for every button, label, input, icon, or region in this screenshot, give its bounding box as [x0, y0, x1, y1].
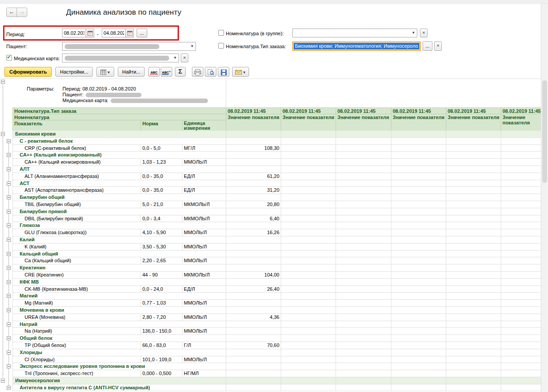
table-row-subgroup[interactable]: Общий белок [13, 335, 541, 342]
nomenclature-type-field[interactable]: Биохимия крови; Иммуногематология; Иммун… [292, 41, 421, 51]
table-row-data[interactable]: CRP (С-реактивный белок)0,0 - 5,0МГ/Л108… [13, 145, 541, 152]
collapse-group-toggle[interactable] [7, 294, 11, 298]
abc-add-button[interactable]: ABC+ [161, 67, 172, 77]
row-indicator-name: GLU (Глюкоза (сыворотка)) [13, 229, 141, 236]
table-row-subgroup[interactable]: Билирубин прямой [13, 208, 541, 215]
collapse-group-toggle[interactable] [1, 132, 5, 136]
table-row-data[interactable]: K (Калий)3,50 - 5,30ММОЛЬ/Л [13, 243, 541, 251]
collapse-group-toggle[interactable] [7, 252, 11, 256]
collapse-group-toggle[interactable] [7, 308, 11, 312]
table-row-subgroup[interactable]: АЛТ [13, 166, 541, 173]
table-row-data[interactable]: DBIL (Билирубин прямой)0,0 - 3,4МКМОЛЬ/Л… [13, 215, 541, 223]
table-row-group[interactable]: Биохимия крови [13, 131, 541, 138]
collapse-group-toggle[interactable] [7, 182, 11, 186]
table-row-group[interactable]: Иммуносерология [13, 377, 541, 384]
table-row-subgroup[interactable]: Хлориды [13, 349, 541, 356]
table-row-data[interactable]: Na (Натрий)136,0 - 150,0ММОЛЬ/Л [13, 328, 541, 335]
patient-combobox[interactable]: ▼ [62, 42, 196, 51]
table-row-subgroup[interactable]: Креатинин [13, 264, 541, 272]
collapse-group-toggle[interactable] [7, 153, 11, 157]
medcard-clear-button[interactable]: × [181, 54, 188, 62]
collapse-group-toggle[interactable] [7, 322, 11, 326]
settings-button[interactable]: Настройки... [55, 67, 93, 77]
table-row-data[interactable]: GLU (Глюкоза (сыворотка))4,10 - 5,90ММОЛ… [13, 229, 541, 236]
collapse-group-toggle[interactable] [1, 379, 5, 383]
collapse-group-toggle[interactable] [7, 167, 11, 171]
table-row-data[interactable]: AST (Аспартатаминотрансфераза)0,0 - 35,0… [13, 187, 541, 194]
find-button[interactable]: Найти... [118, 67, 145, 77]
table-row-subgroup[interactable]: Магний [13, 293, 541, 300]
report-variant-split-button[interactable]: ▼ [96, 67, 114, 77]
send-email-split-button[interactable]: ▼ [232, 67, 249, 77]
collapse-group-toggle[interactable] [7, 195, 11, 199]
table-row-data[interactable]: ALT (Аланинаминотрансфераза)0,0 - 35,0ЕД… [13, 173, 541, 180]
collapse-group-toggle[interactable] [7, 238, 11, 242]
table-row-subgroup[interactable]: Билирубин общий [13, 194, 541, 201]
back-button[interactable]: ← [6, 8, 17, 17]
collapse-group-toggle[interactable] [1, 80, 5, 84]
nomenclature-group-checkbox[interactable] [218, 30, 224, 36]
table-row-data[interactable]: UREA (Мочевина)2,80 - 7,20ММОЛЬ/Л4,36 [13, 314, 541, 321]
scrollbar-thumb[interactable] [542, 80, 547, 183]
chevron-down-icon[interactable]: ▼ [189, 42, 195, 50]
row-value [391, 286, 446, 293]
period-more-button[interactable]: ... [137, 29, 147, 37]
generate-report-button[interactable]: Сформировать [4, 67, 52, 77]
table-row-data[interactable]: CRE (Креатинин)44 - 90МКМОЛЬ/Л104,00 [13, 272, 541, 279]
nomenclature-group-clear-button[interactable]: × [420, 29, 428, 37]
nomenclature-type-more-button[interactable]: ... [423, 41, 432, 51]
print-button[interactable] [192, 67, 203, 77]
chevron-down-icon[interactable]: ▼ [172, 54, 179, 62]
collapse-group-toggle[interactable] [7, 336, 11, 340]
period-to-input[interactable] [102, 29, 126, 37]
table-row-subgroup[interactable]: Калий [13, 236, 541, 243]
table-row-data[interactable]: CK-MB (Креатинкиназа-МВ)0,0 - 24,0ЕД/Л26… [13, 286, 541, 293]
chevron-down-icon[interactable]: ▼ [410, 29, 417, 37]
collapse-group-toggle[interactable] [7, 266, 11, 270]
table-row-subgroup[interactable]: Кальций общий [13, 251, 541, 258]
save-button[interactable] [218, 67, 229, 77]
collapse-group-toggle[interactable] [7, 210, 11, 214]
medcard-checkbox[interactable]: ✔ [6, 55, 12, 61]
table-row-subgroup[interactable]: Мочевина в крови [13, 307, 541, 314]
table-row-subgroup[interactable]: АСТ [13, 180, 541, 187]
collapse-group-toggle[interactable] [7, 351, 11, 355]
nomenclature-type-checkbox[interactable] [218, 43, 224, 49]
row-value [446, 335, 501, 342]
row-value [336, 363, 391, 370]
patient-label: Пациент: [6, 44, 27, 49]
table-row-subgroup[interactable]: С - реактивный белок [13, 138, 541, 145]
row-value [281, 257, 336, 264]
table-row-data[interactable]: TP (Общий белок)66,0 - 83,0Г/Л70,60 [13, 342, 541, 349]
row-norm: 0,77 - 1,03 [141, 300, 183, 307]
period-to-calendar-button[interactable] [126, 29, 134, 37]
table-row-data[interactable]: Cl (Хлориды)101,0 - 109,0ММОЛЬ/Л [13, 356, 541, 363]
row-value [336, 215, 391, 223]
table-row-subgroup[interactable]: КФК МВ [13, 279, 541, 286]
table-row-data[interactable]: СА++ (Кальций ионизированный)1,03 - 1,23… [13, 159, 541, 166]
nomenclature-group-combobox[interactable]: ▼ [292, 29, 417, 37]
table-row-subgroup[interactable]: Глюкоза [13, 222, 541, 229]
autosum-button[interactable]: Σ [175, 67, 186, 77]
spellcheck-abc-button[interactable]: ABC [148, 67, 160, 77]
forward-button[interactable]: → [17, 8, 27, 17]
table-row-subgroup[interactable]: СА++ (Кальций ионизированный) [13, 152, 541, 159]
table-row-data[interactable]: Ca (Кальций общий)2,20 - 2,65ММОЛЬ/Л [13, 257, 541, 264]
table-row-data[interactable]: Mg (Магний)0,77 - 1,03ММОЛЬ/Л [13, 300, 541, 307]
period-from-calendar-button[interactable] [86, 29, 94, 37]
table-row-data[interactable]: TBIL (Билирубин общий)5,0 - 21,0МКМОЛЬ/Л… [13, 201, 541, 208]
collapse-group-toggle[interactable] [7, 386, 11, 390]
collapse-group-toggle[interactable] [7, 280, 11, 284]
table-row-data[interactable]: TnI (Тропонині, экспресс-тест)0,000 - 0,… [13, 370, 541, 377]
medcard-combobox[interactable]: ▼ [62, 54, 179, 62]
period-from-input[interactable] [62, 29, 86, 37]
collapse-group-toggle[interactable] [7, 139, 11, 143]
table-row-subgroup[interactable]: Антитела к вирусу гепатита С (ANTI-HCV с… [13, 384, 541, 392]
vertical-scrollbar[interactable] [541, 4, 548, 392]
table-row-subgroup[interactable]: Натрий [13, 321, 541, 328]
collapse-group-toggle[interactable] [7, 223, 11, 227]
print-preview-button[interactable] [205, 67, 216, 77]
nomenclature-type-clear-button[interactable]: × [434, 41, 442, 51]
table-row-subgroup[interactable]: Экспресс исследование уровня тропонина в… [13, 363, 541, 370]
collapse-group-toggle[interactable] [7, 364, 11, 368]
